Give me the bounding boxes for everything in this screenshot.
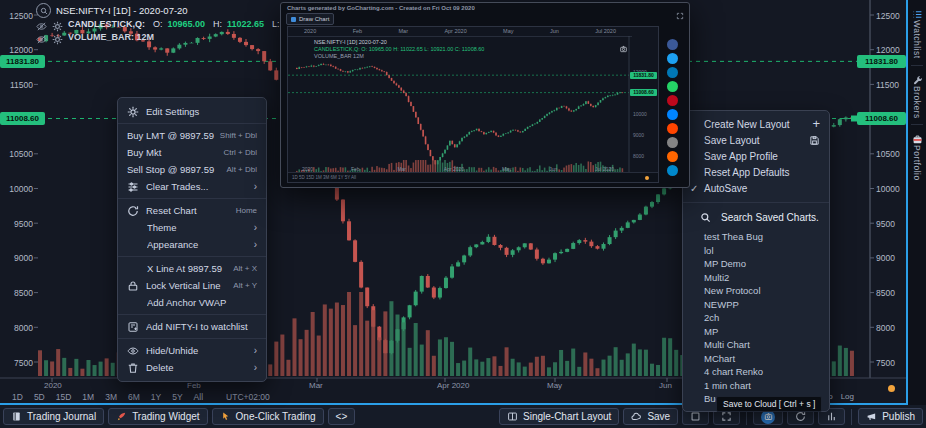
share-whatsapp-icon[interactable] [667,81,678,92]
share-hackernews-icon[interactable] [667,151,678,162]
timezone-label[interactable]: UTC+02:00 [226,392,270,402]
share-pinterest-icon[interactable] [667,95,678,106]
share-messenger-icon[interactable] [667,109,678,120]
saved-chart-multi-chart[interactable]: Multi Chart [683,338,829,352]
layout-menu-item-reset-app-defaults[interactable]: Reset App Defaults [683,165,829,181]
scale-log-toggle[interactable]: Log [841,392,854,401]
sliders-icon [127,181,139,193]
search-placeholder: Search Saved Charts. [721,212,819,223]
sidebar-tab-brokers[interactable]: Brokers [912,68,923,123]
chevron-right-icon: › [254,239,257,250]
layout-icon [507,411,518,422]
trading-widget-button[interactable]: Trading Widget [108,408,207,425]
price-tick-right: 12000 [876,45,900,55]
timeframe-3m[interactable]: 3M [105,392,117,402]
saved-chart-multi2[interactable]: Multi2 [683,271,829,285]
context-menu-item-delete[interactable]: Delete› [118,359,266,376]
divider [683,202,829,203]
price-tick-left: 8000 [2,323,33,333]
divider [118,256,266,257]
context-menu-item-hide-unhide[interactable]: Hide/Unhide› [118,342,266,359]
publish-button[interactable]: Publish [858,408,923,425]
saved-chart-mp-demo[interactable]: MP Demo [683,257,829,271]
menu-item-label: Delete [146,362,249,373]
plus-icon: + [812,118,820,129]
price-tag-right: 11008.60 [857,112,906,125]
preview-notification-dot [645,176,649,180]
timeframe-6m[interactable]: 6M [128,392,140,402]
layout-menu-item-create-new-layout[interactable]: Create New Layout+ [683,117,829,133]
preview-price-tag: 11008.60 [630,89,657,96]
context-menu-item-add-anchor-vwap[interactable]: Add Anchor VWAP [118,294,266,311]
saved-chart-2ch[interactable]: 2ch [683,311,829,325]
context-menu-item-clear-trades[interactable]: Clear Trades...› [118,178,266,195]
chart-context-menu: Edit SettingsBuy LMT @ 9897.59Shift + Db… [117,97,267,382]
gear-icon[interactable] [52,31,63,42]
context-menu-item-add-nifty-i-to-watchlist[interactable]: Add NIFTY-I to watchlist [118,318,266,335]
context-menu-item-theme[interactable]: Theme› [118,219,266,236]
eye-off-icon[interactable] [36,31,47,42]
expand-icon[interactable] [676,6,684,14]
eye-off-icon[interactable] [36,18,47,29]
layout-menu-item-save-layout[interactable]: Save Layout [683,133,829,149]
menu-item-label: Appearance [147,239,249,250]
share-twitter-icon[interactable] [667,53,678,64]
context-menu-item-lock-vertical-line[interactable]: Lock Vertical LineAlt + Y [118,277,266,294]
price-tick-left: 9500 [2,219,33,229]
price-tag-left: 11831.80 [0,55,45,68]
saved-chart-lol[interactable]: lol [683,244,829,258]
context-menu-item-appearance[interactable]: Appearance› [118,236,266,253]
saved-charts-search[interactable]: Search Saved Charts. [683,208,829,230]
timeframe-15d[interactable]: 15D [56,392,72,402]
timeframe-5d[interactable]: 5D [34,392,45,402]
sidebar-tab-portfolio[interactable]: Portfolio [912,127,923,185]
item-button[interactable]: <> [328,408,356,425]
single-chart-layout-button[interactable]: Single-Chart Layout [499,408,619,425]
saved-chart-test-thea-bug[interactable]: test Thea Bug [683,230,829,244]
timeframe-1d[interactable]: 1D [12,392,23,402]
saved-chart-mchart[interactable]: MChart [683,352,829,366]
context-menu-item-x-line-at-9897-59[interactable]: X Line At 9897.59Alt + X [118,260,266,277]
layout-menu-item-save-app-profile[interactable]: Save App Profile [683,149,829,165]
saved-chart-mp[interactable]: MP [683,325,829,339]
button-label: Trading Widget [132,411,199,422]
divider [851,409,852,425]
gear-icon[interactable] [52,18,63,29]
divider [911,124,923,125]
menu-item-label: Hide/Unhide [146,345,249,356]
menu-item-shortcut: Alt + X [233,264,257,273]
saved-chart-newpp[interactable]: NEWPP [683,298,829,312]
share-reddit-icon[interactable] [667,123,678,134]
context-menu-item-reset-chart[interactable]: Reset ChartHome [118,202,266,219]
timeframe-all[interactable]: All [194,392,203,402]
time-axis-label: Feb [187,381,201,390]
context-menu-item-sell-stop-9897-59[interactable]: Sell Stop @ 9897.59Alt + Dbl [118,161,266,178]
time-axis-label: Apr 2020 [437,381,469,390]
search-icon [700,212,711,223]
context-menu-item-buy-lmt-9897-59[interactable]: Buy LMT @ 9897.59Shift + Dbl [118,127,266,144]
preview-tab[interactable]: Draw Chart [286,13,334,25]
timeframe-5y[interactable]: 5Y [172,392,182,402]
context-menu-item-edit-settings[interactable]: Edit Settings [118,103,266,120]
timeframe-1y[interactable]: 1Y [151,392,161,402]
share-telegram-icon[interactable] [667,165,678,176]
share-facebook-icon[interactable] [667,39,678,50]
trading-journal-button[interactable]: Trading Journal [3,408,104,425]
menu-item-label: Buy Mkt [127,147,218,158]
saved-chart-4-chart-renko[interactable]: 4 chart Renko [683,365,829,379]
symbol-search-icon[interactable] [36,3,51,18]
lock-icon [127,280,139,292]
save-button[interactable]: Save [623,408,678,425]
timeframe-1m[interactable]: 1M [82,392,94,402]
menu-item-label: Clear Trades... [146,181,249,192]
share-email-icon[interactable] [667,137,678,148]
layout-menu-item-autosave[interactable]: ✓AutoSave [683,181,829,197]
notification-dot[interactable] [888,385,895,392]
saved-chart-new-protocol[interactable]: New Protocol [683,284,829,298]
context-menu-item-buy-mkt[interactable]: Buy MktCtrl + Dbl [118,144,266,161]
watchlist-icon [912,6,923,17]
sidebar-tab-watchlist[interactable]: Watchlist [912,2,923,63]
one-click-trading-button[interactable]: One-Click Trading [212,408,324,425]
share-linkedin-icon[interactable] [667,67,678,78]
saved-chart-1-min-chart[interactable]: 1 min chart [683,379,829,393]
